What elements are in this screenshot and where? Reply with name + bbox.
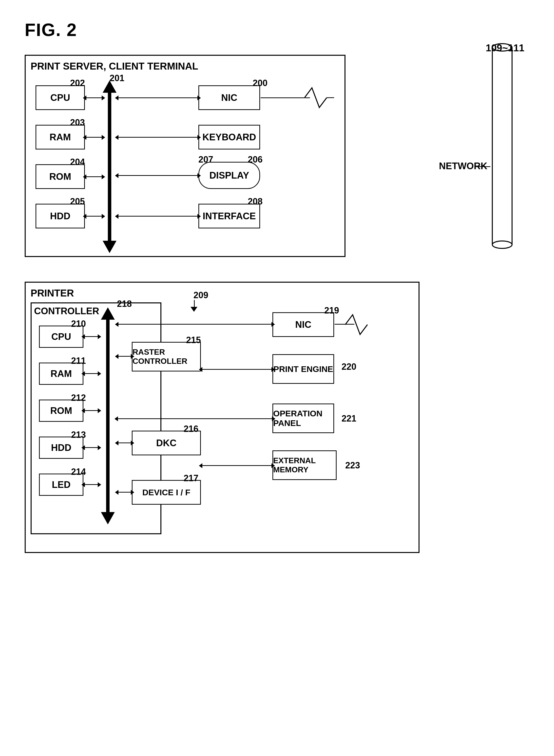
zigzag-bottom bbox=[345, 312, 375, 337]
figure-title: FIG. 2 bbox=[25, 20, 529, 40]
dkc-extmem-arrow bbox=[201, 465, 272, 466]
ref-200: 200 bbox=[253, 78, 268, 88]
interface-box: INTERFACE bbox=[199, 204, 260, 229]
rom-box: ROM bbox=[36, 164, 85, 189]
controller-label: CONTROLLER bbox=[34, 306, 99, 316]
ref-208: 208 bbox=[248, 196, 263, 207]
ref-203: 203 bbox=[70, 117, 85, 128]
bus-oppanel-line bbox=[117, 418, 272, 419]
ref-209-line bbox=[194, 300, 195, 307]
printer-label: PRINTER bbox=[31, 288, 74, 299]
ram-bus-arrow bbox=[86, 137, 103, 138]
rom-bus-arrow bbox=[86, 176, 103, 177]
ref-202: 202 bbox=[70, 78, 85, 88]
ref-207: 207 bbox=[199, 154, 213, 165]
raster-printengine-arrow bbox=[201, 369, 272, 370]
network-cylinder bbox=[490, 40, 514, 253]
bottom-diagram: PRINTER CONTROLLER CPU 210 RAM 211 ROM bbox=[25, 282, 420, 553]
ref-213: 213 bbox=[71, 430, 86, 440]
ref-223: 223 bbox=[345, 460, 360, 470]
ref-214: 214 bbox=[71, 467, 86, 477]
bus-dkc-arrow bbox=[117, 442, 132, 443]
ref-221: 221 bbox=[341, 414, 356, 424]
ref-212: 212 bbox=[71, 393, 86, 403]
keyboard-bus-arrow bbox=[117, 137, 199, 138]
cpu-bus-arrow-btm bbox=[84, 336, 99, 337]
print-engine-box: PRINT ENGINE bbox=[272, 354, 334, 384]
hdd-bus-arrow-btm bbox=[84, 447, 99, 448]
ref-201: 201 bbox=[110, 73, 124, 83]
raster-controller-box: RASTER CONTROLLER bbox=[132, 342, 201, 371]
zigzag-symbol bbox=[304, 85, 334, 110]
nic-bus-arrow bbox=[117, 98, 199, 98]
bus-nic-arrow bbox=[117, 324, 272, 325]
cpu-bus-arrow bbox=[86, 98, 103, 98]
led-bus-arrow-btm bbox=[84, 484, 99, 485]
oppanel-right-arrowhead bbox=[272, 416, 275, 421]
top-diagram: PRINT SERVER, CLIENT TERMINAL CPU 202 RA… bbox=[25, 55, 345, 257]
top-diagram-label: PRINT SERVER, CLIENT TERMINAL bbox=[31, 61, 198, 72]
ref-215: 215 bbox=[186, 335, 201, 345]
display-bus-arrow bbox=[117, 175, 199, 176]
ref-205: 205 bbox=[70, 196, 85, 207]
ref-210: 210 bbox=[71, 319, 86, 329]
network-arrow-line bbox=[476, 166, 490, 167]
ref-109-111: 109~111 bbox=[486, 43, 524, 54]
dkc-box: DKC bbox=[132, 431, 201, 455]
ref-217: 217 bbox=[183, 473, 199, 484]
bus-deviceif-arrow bbox=[117, 492, 132, 493]
ref-209: 209 bbox=[193, 290, 208, 301]
ref-206: 206 bbox=[248, 154, 263, 165]
nic-network-line bbox=[261, 98, 310, 98]
external-memory-box: EXTERNAL MEMORY bbox=[272, 450, 337, 480]
rom-bus-arrow-btm bbox=[84, 410, 99, 411]
operation-panel-box: OPERATION PANEL bbox=[272, 403, 334, 433]
device-if-box: DEVICE I / F bbox=[132, 480, 201, 505]
interface-bus-arrow bbox=[117, 216, 199, 216]
ram-box: RAM bbox=[36, 125, 85, 149]
ref-204: 204 bbox=[70, 157, 85, 167]
ref-211: 211 bbox=[71, 356, 86, 366]
ref-220: 220 bbox=[341, 362, 356, 372]
nic-box-bottom: NIC bbox=[272, 312, 334, 337]
hdd-bus-arrow bbox=[86, 216, 103, 216]
ref-219: 219 bbox=[324, 305, 339, 316]
ref-218: 218 bbox=[117, 299, 132, 309]
cpu-box: CPU bbox=[36, 85, 85, 110]
keyboard-box: KEYBOARD bbox=[199, 125, 260, 149]
svg-point-4 bbox=[492, 241, 512, 248]
ref-216: 216 bbox=[183, 424, 199, 434]
ram-bus-arrow-btm bbox=[84, 373, 99, 374]
ref-209-arrowhead bbox=[190, 307, 198, 312]
bus-raster-arrow bbox=[117, 356, 132, 357]
hdd-box: HDD bbox=[36, 204, 85, 229]
nic-box-top: NIC bbox=[199, 85, 260, 110]
oppanel-left-arrowhead bbox=[114, 416, 118, 421]
display-box: DISPLAY bbox=[199, 162, 260, 189]
